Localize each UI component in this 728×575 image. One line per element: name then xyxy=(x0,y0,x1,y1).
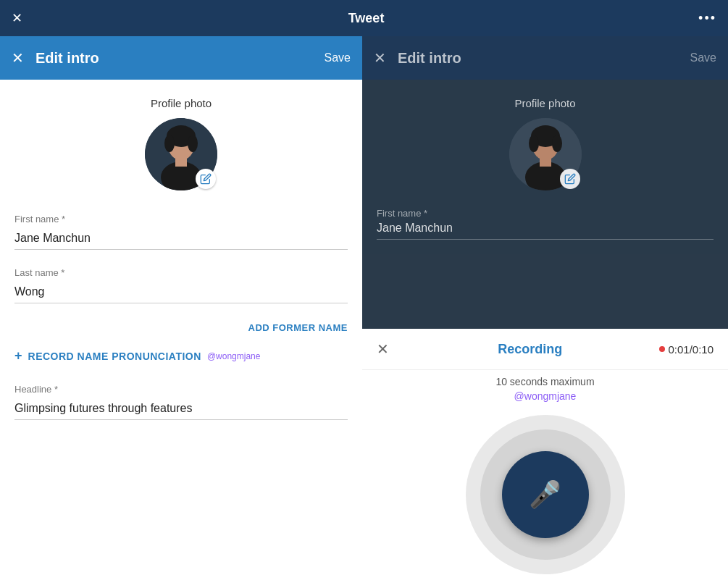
svg-point-10 xyxy=(529,135,539,152)
recording-header: ✕ Recording 0:01/0:10 xyxy=(362,329,728,370)
recording-time: 0:01/0:10 xyxy=(668,343,714,356)
last-name-label: Last name * xyxy=(14,267,348,278)
right-avatar-container[interactable] xyxy=(509,118,582,190)
last-name-field: Last name * xyxy=(14,267,348,303)
svg-point-11 xyxy=(552,135,562,152)
recording-indicator xyxy=(659,346,665,352)
right-panel-close-button[interactable]: ✕ xyxy=(374,49,386,67)
right-panel-top: ✕ Edit intro Save Profile photo xyxy=(362,36,728,254)
top-bar: ✕ Tweet ••• xyxy=(0,0,728,36)
svg-rect-6 xyxy=(175,158,187,167)
svg-point-3 xyxy=(164,135,175,152)
main-container: ✕ Edit intro Save Profile photo xyxy=(0,36,728,575)
add-former-name-section: ADD FORMER NAME xyxy=(14,321,348,334)
recording-close-button[interactable]: ✕ xyxy=(377,340,389,358)
top-bar-close-button[interactable]: ✕ xyxy=(12,10,22,26)
ripple-middle: 🎤 xyxy=(480,429,611,560)
top-bar-menu-button[interactable]: ••• xyxy=(698,11,716,26)
ripple-outer: 🎤 xyxy=(466,415,625,574)
left-panel-header: ✕ Edit intro Save xyxy=(0,36,362,80)
first-name-input[interactable] xyxy=(14,227,348,250)
record-pronunciation-button[interactable]: RECORD NAME PRONUNCIATION xyxy=(28,351,201,362)
right-panel-save-button[interactable]: Save xyxy=(690,51,716,64)
right-panel-header: ✕ Edit intro Save xyxy=(362,36,728,80)
left-panel-close-button[interactable]: ✕ xyxy=(12,49,24,67)
left-panel: ✕ Edit intro Save Profile photo xyxy=(0,36,362,575)
profile-photo-label: Profile photo xyxy=(151,97,212,109)
recording-overlay: ✕ Recording 0:01/0:10 10 seconds maximum… xyxy=(362,329,728,575)
headline-label: Headline * xyxy=(14,384,348,395)
right-first-name-value: Jane Manchun xyxy=(377,222,714,240)
edit-photo-button[interactable] xyxy=(196,169,216,189)
svg-rect-13 xyxy=(540,158,551,167)
left-panel-save-button[interactable]: Save xyxy=(325,51,351,64)
avatar-container[interactable] xyxy=(145,118,217,190)
headline-input[interactable] xyxy=(14,398,348,420)
last-name-input[interactable] xyxy=(14,281,348,303)
right-first-name-field: First name * Jane Manchun xyxy=(362,208,728,254)
right-profile-section: Profile photo xyxy=(362,80,728,208)
first-name-label: First name * xyxy=(14,214,348,224)
recording-subtitle: 10 seconds maximum xyxy=(362,370,728,390)
add-former-name-button[interactable]: ADD FORMER NAME xyxy=(248,322,348,333)
right-panel: ✕ Edit intro Save Profile photo xyxy=(362,36,728,575)
recording-timer: 0:01/0:10 xyxy=(659,343,714,356)
record-pronunciation-section[interactable]: + RECORD NAME PRONUNCIATION @wongmjane xyxy=(14,348,348,364)
record-plus-icon: + xyxy=(14,348,22,364)
right-panel-title: Edit intro xyxy=(398,50,690,67)
microphone-button[interactable]: 🎤 xyxy=(502,451,589,538)
headline-field: Headline * xyxy=(14,384,348,420)
recording-title: Recording xyxy=(401,342,659,357)
left-panel-body: Profile photo xyxy=(0,80,362,575)
mic-section: 🎤 xyxy=(362,414,728,575)
right-profile-photo-label: Profile photo xyxy=(514,97,575,109)
recording-overlay-username: @wongmjane xyxy=(362,390,728,402)
left-panel-title: Edit intro xyxy=(35,50,325,67)
profile-photo-section: Profile photo xyxy=(14,97,348,190)
microphone-icon: 🎤 xyxy=(529,479,561,510)
record-username: @wongmjane xyxy=(207,351,261,361)
first-name-field: First name * xyxy=(14,214,348,250)
top-bar-title: Tweet xyxy=(34,11,698,26)
svg-point-4 xyxy=(188,135,198,152)
right-first-name-label: First name * xyxy=(377,208,714,219)
right-edit-photo-button[interactable] xyxy=(560,169,580,189)
